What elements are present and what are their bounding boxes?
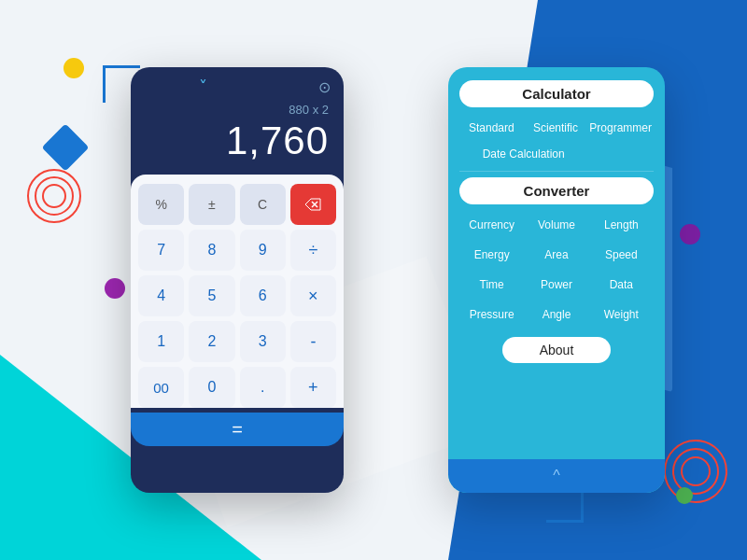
converter-row-1: Currency Volume Length <box>459 212 654 238</box>
delete-button[interactable] <box>290 184 336 225</box>
yellow-dot-decoration <box>63 58 84 78</box>
calc-top-bar: ˅ ⊙ <box>131 67 344 97</box>
chevron-up-icon: ^ <box>553 468 560 484</box>
button-1[interactable]: 1 <box>138 321 184 362</box>
button-7[interactable]: 7 <box>138 230 184 271</box>
calc-bottom-bar[interactable]: = <box>131 413 344 446</box>
converter-section-title: Converter <box>459 177 654 204</box>
button-6[interactable]: 6 <box>240 275 286 316</box>
calc-display: 880 x 2 1,760 <box>131 97 344 175</box>
purple-dot-decoration <box>105 278 125 299</box>
calc-row-5: 00 0 . + <box>138 367 336 408</box>
currency-item[interactable]: Currency <box>459 212 524 238</box>
scientific-mode-item[interactable]: Scientific <box>524 115 588 141</box>
angle-item[interactable]: Angle <box>524 301 588 328</box>
subtract-button[interactable]: - <box>290 321 336 362</box>
converter-row-4: Pressure Angle Weight <box>459 301 654 328</box>
converter-menu-card: Calculator Standard Scientific Programme… <box>448 67 665 493</box>
conv-bottom-bar[interactable]: ^ <box>448 459 665 493</box>
equals-sign: = <box>232 419 243 441</box>
plusminus-button[interactable]: ± <box>189 184 234 225</box>
calc-row-1: % ± C <box>138 184 336 225</box>
volume-item[interactable]: Volume <box>524 212 588 238</box>
button-2[interactable]: 2 <box>189 321 234 362</box>
speed-item[interactable]: Speed <box>589 242 654 268</box>
blue-diamond-decoration <box>42 124 90 172</box>
button-5[interactable]: 5 <box>189 275 234 316</box>
clear-button[interactable]: C <box>240 184 286 225</box>
button-3[interactable]: 3 <box>240 321 286 362</box>
deco-circles-left <box>26 168 82 224</box>
calc-history-icon[interactable]: ⊙ <box>318 78 331 96</box>
pressure-item[interactable]: Pressure <box>459 301 524 328</box>
button-00[interactable]: 00 <box>138 367 184 408</box>
about-row: About <box>459 331 654 371</box>
standard-mode-item[interactable]: Standard <box>459 115 524 141</box>
converter-row-2: Energy Area Speed <box>459 242 654 268</box>
section-divider <box>459 171 654 172</box>
calculator-card: ˅ ⊙ 880 x 2 1,760 % ± C 7 8 9 ÷ 4 5 6 × <box>131 67 344 493</box>
multiply-button[interactable]: × <box>290 275 336 316</box>
calculator-section-title: Calculator <box>459 80 654 107</box>
purple2-dot-decoration <box>680 224 700 245</box>
calc-chevron-icon[interactable]: ˅ <box>199 77 207 97</box>
button-8[interactable]: 8 <box>189 230 234 271</box>
calc-expression: 880 x 2 <box>146 103 329 117</box>
add-button[interactable]: + <box>290 367 336 408</box>
calc-result: 1,760 <box>146 119 329 163</box>
weight-item[interactable]: Weight <box>589 301 654 328</box>
calc-keypad: % ± C 7 8 9 ÷ 4 5 6 × 1 2 3 - <box>131 175 344 408</box>
programmer-mode-item[interactable]: Programmer <box>587 115 654 141</box>
date-calc-mode-item[interactable]: Date Calculation <box>459 141 587 167</box>
button-4[interactable]: 4 <box>138 275 184 316</box>
energy-item[interactable]: Energy <box>459 242 524 268</box>
calc-row-4: 1 2 3 - <box>138 321 336 362</box>
power-item[interactable]: Power <box>524 272 588 298</box>
about-button[interactable]: About <box>502 337 612 363</box>
converter-row-3: Time Power Data <box>459 272 654 298</box>
divide-button[interactable]: ÷ <box>290 230 336 271</box>
calc-row-3: 4 5 6 × <box>138 275 336 316</box>
percent-button[interactable]: % <box>138 184 184 225</box>
data-item[interactable]: Data <box>589 272 654 298</box>
calc-row-2: 7 8 9 ÷ <box>138 230 336 271</box>
calculator-modes-grid: Standard Scientific Programmer Date Calc… <box>459 115 654 167</box>
length-item[interactable]: Length <box>589 212 654 238</box>
area-item[interactable]: Area <box>524 242 588 268</box>
button-9[interactable]: 9 <box>240 230 286 271</box>
decimal-button[interactable]: . <box>240 367 286 408</box>
conv-top-section: Calculator Standard Scientific Programme… <box>448 67 665 459</box>
deco-circles-right <box>663 439 728 504</box>
button-0[interactable]: 0 <box>189 367 234 408</box>
time-item[interactable]: Time <box>459 272 524 298</box>
green-dot-decoration <box>676 487 693 504</box>
